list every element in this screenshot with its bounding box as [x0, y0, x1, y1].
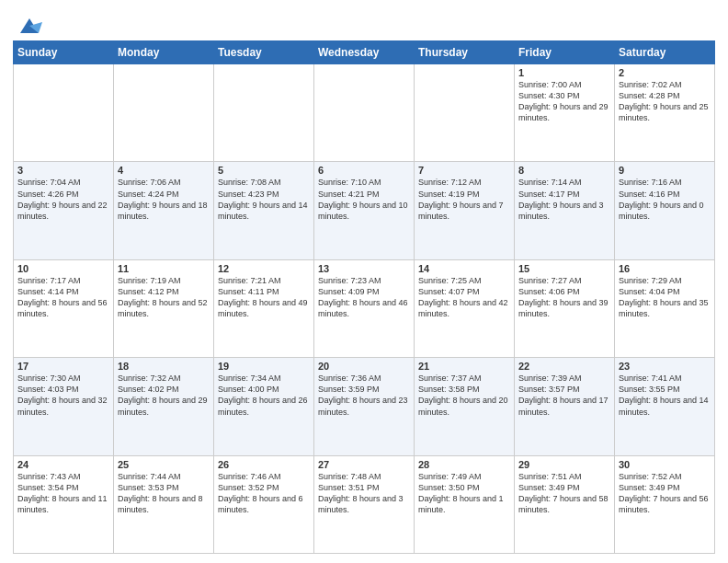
calendar-cell: 11Sunrise: 7:19 AM Sunset: 4:12 PM Dayli…: [114, 259, 214, 357]
day-number: 19: [218, 361, 310, 372]
day-header-thursday: Thursday: [415, 41, 515, 64]
day-number: 18: [118, 361, 210, 372]
day-number: 9: [619, 165, 711, 176]
week-row-3: 10Sunrise: 7:17 AM Sunset: 4:14 PM Dayli…: [14, 259, 715, 357]
day-number: 28: [418, 459, 510, 470]
cell-info: Sunrise: 7:04 AM Sunset: 4:26 PM Dayligh…: [17, 177, 109, 222]
calendar-cell: [314, 64, 415, 162]
day-number: 13: [318, 263, 410, 274]
cell-info: Sunrise: 7:16 AM Sunset: 4:16 PM Dayligh…: [619, 177, 711, 222]
cell-info: Sunrise: 7:41 AM Sunset: 3:55 PM Dayligh…: [619, 373, 711, 418]
day-number: 27: [318, 459, 410, 470]
week-row-4: 17Sunrise: 7:30 AM Sunset: 4:03 PM Dayli…: [14, 358, 715, 455]
day-number: 22: [518, 361, 610, 372]
cell-info: Sunrise: 7:27 AM Sunset: 4:06 PM Dayligh…: [518, 275, 610, 320]
cell-info: Sunrise: 7:08 AM Sunset: 4:23 PM Dayligh…: [218, 177, 310, 222]
cell-info: Sunrise: 7:39 AM Sunset: 3:57 PM Dayligh…: [518, 373, 610, 418]
calendar-cell: 7Sunrise: 7:12 AM Sunset: 4:19 PM Daylig…: [415, 162, 515, 259]
calendar-cell: 4Sunrise: 7:06 AM Sunset: 4:24 PM Daylig…: [114, 162, 214, 259]
day-number: 21: [418, 361, 510, 372]
logo-icon: [17, 13, 42, 39]
calendar-cell: 13Sunrise: 7:23 AM Sunset: 4:09 PM Dayli…: [314, 259, 415, 357]
calendar-cell: 1Sunrise: 7:00 AM Sunset: 4:30 PM Daylig…: [515, 64, 615, 162]
cell-info: Sunrise: 7:19 AM Sunset: 4:12 PM Dayligh…: [118, 275, 210, 320]
calendar-cell: 8Sunrise: 7:14 AM Sunset: 4:17 PM Daylig…: [515, 162, 615, 259]
day-number: 10: [17, 263, 109, 274]
header: [13, 9, 715, 35]
calendar-cell: [415, 64, 515, 162]
calendar-cell: [214, 64, 314, 162]
calendar-cell: 29Sunrise: 7:51 AM Sunset: 3:49 PM Dayli…: [515, 455, 615, 553]
day-number: 29: [518, 459, 610, 470]
day-header-sunday: Sunday: [14, 41, 114, 64]
calendar-cell: 17Sunrise: 7:30 AM Sunset: 4:03 PM Dayli…: [14, 358, 114, 455]
calendar-cell: 3Sunrise: 7:04 AM Sunset: 4:26 PM Daylig…: [14, 162, 114, 259]
day-number: 6: [318, 165, 410, 176]
day-number: 1: [518, 67, 610, 78]
calendar-cell: 21Sunrise: 7:37 AM Sunset: 3:58 PM Dayli…: [415, 358, 515, 455]
cell-info: Sunrise: 7:06 AM Sunset: 4:24 PM Dayligh…: [118, 177, 210, 222]
calendar-cell: 28Sunrise: 7:49 AM Sunset: 3:50 PM Dayli…: [415, 455, 515, 553]
day-number: 15: [518, 263, 610, 274]
day-number: 8: [518, 165, 610, 176]
day-number: 7: [418, 165, 510, 176]
calendar-cell: 6Sunrise: 7:10 AM Sunset: 4:21 PM Daylig…: [314, 162, 415, 259]
cell-info: Sunrise: 7:02 AM Sunset: 4:28 PM Dayligh…: [619, 79, 711, 124]
calendar-cell: 16Sunrise: 7:29 AM Sunset: 4:04 PM Dayli…: [615, 259, 715, 357]
cell-info: Sunrise: 7:36 AM Sunset: 3:59 PM Dayligh…: [318, 373, 410, 418]
day-number: 25: [118, 459, 210, 470]
day-number: 30: [619, 459, 711, 470]
page: SundayMondayTuesdayWednesdayThursdayFrid…: [0, 0, 728, 563]
day-number: 17: [17, 361, 109, 372]
week-row-2: 3Sunrise: 7:04 AM Sunset: 4:26 PM Daylig…: [14, 162, 715, 259]
cell-info: Sunrise: 7:37 AM Sunset: 3:58 PM Dayligh…: [418, 373, 510, 418]
logo: [13, 13, 42, 35]
day-number: 26: [218, 459, 310, 470]
day-number: 11: [118, 263, 210, 274]
calendar-cell: 20Sunrise: 7:36 AM Sunset: 3:59 PM Dayli…: [314, 358, 415, 455]
day-header-wednesday: Wednesday: [314, 41, 415, 64]
day-number: 4: [118, 165, 210, 176]
day-header-monday: Monday: [114, 41, 214, 64]
calendar-cell: 24Sunrise: 7:43 AM Sunset: 3:54 PM Dayli…: [14, 455, 114, 553]
cell-info: Sunrise: 7:51 AM Sunset: 3:49 PM Dayligh…: [518, 471, 610, 516]
logo-text: [13, 13, 42, 39]
day-header-tuesday: Tuesday: [214, 41, 314, 64]
day-header-friday: Friday: [515, 41, 615, 64]
calendar-cell: [14, 64, 114, 162]
calendar-cell: 19Sunrise: 7:34 AM Sunset: 4:00 PM Dayli…: [214, 358, 314, 455]
cell-info: Sunrise: 7:21 AM Sunset: 4:11 PM Dayligh…: [218, 275, 310, 320]
cell-info: Sunrise: 7:00 AM Sunset: 4:30 PM Dayligh…: [518, 79, 610, 124]
day-number: 23: [619, 361, 711, 372]
calendar-cell: 26Sunrise: 7:46 AM Sunset: 3:52 PM Dayli…: [214, 455, 314, 553]
cell-info: Sunrise: 7:34 AM Sunset: 4:00 PM Dayligh…: [218, 373, 310, 418]
calendar-cell: 12Sunrise: 7:21 AM Sunset: 4:11 PM Dayli…: [214, 259, 314, 357]
cell-info: Sunrise: 7:43 AM Sunset: 3:54 PM Dayligh…: [17, 471, 109, 516]
calendar-cell: [114, 64, 214, 162]
day-number: 3: [17, 165, 109, 176]
calendar-cell: 2Sunrise: 7:02 AM Sunset: 4:28 PM Daylig…: [615, 64, 715, 162]
day-number: 14: [418, 263, 510, 274]
cell-info: Sunrise: 7:14 AM Sunset: 4:17 PM Dayligh…: [518, 177, 610, 222]
day-number: 20: [318, 361, 410, 372]
day-number: 12: [218, 263, 310, 274]
day-number: 2: [619, 67, 711, 78]
cell-info: Sunrise: 7:29 AM Sunset: 4:04 PM Dayligh…: [619, 275, 711, 320]
cell-info: Sunrise: 7:52 AM Sunset: 3:49 PM Dayligh…: [619, 471, 711, 516]
day-number: 24: [17, 459, 109, 470]
cell-info: Sunrise: 7:10 AM Sunset: 4:21 PM Dayligh…: [318, 177, 410, 222]
calendar-cell: 18Sunrise: 7:32 AM Sunset: 4:02 PM Dayli…: [114, 358, 214, 455]
calendar-cell: 5Sunrise: 7:08 AM Sunset: 4:23 PM Daylig…: [214, 162, 314, 259]
week-row-1: 1Sunrise: 7:00 AM Sunset: 4:30 PM Daylig…: [14, 64, 715, 162]
calendar-cell: 27Sunrise: 7:48 AM Sunset: 3:51 PM Dayli…: [314, 455, 415, 553]
cell-info: Sunrise: 7:44 AM Sunset: 3:53 PM Dayligh…: [118, 471, 210, 516]
day-number: 16: [619, 263, 711, 274]
day-header-saturday: Saturday: [615, 41, 715, 64]
cell-info: Sunrise: 7:25 AM Sunset: 4:07 PM Dayligh…: [418, 275, 510, 320]
header-row: SundayMondayTuesdayWednesdayThursdayFrid…: [14, 41, 715, 64]
week-row-5: 24Sunrise: 7:43 AM Sunset: 3:54 PM Dayli…: [14, 455, 715, 553]
cell-info: Sunrise: 7:17 AM Sunset: 4:14 PM Dayligh…: [17, 275, 109, 320]
cell-info: Sunrise: 7:46 AM Sunset: 3:52 PM Dayligh…: [218, 471, 310, 516]
cell-info: Sunrise: 7:23 AM Sunset: 4:09 PM Dayligh…: [318, 275, 410, 320]
cell-info: Sunrise: 7:48 AM Sunset: 3:51 PM Dayligh…: [318, 471, 410, 516]
